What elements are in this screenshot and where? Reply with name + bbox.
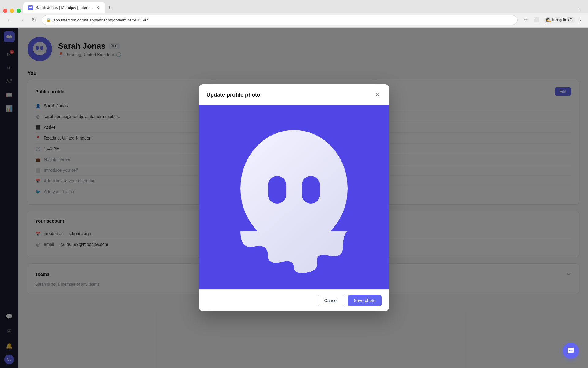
minimize-window-button[interactable] <box>10 9 14 13</box>
incognito-label: Incognito (2) <box>552 18 573 22</box>
browser-actions: ☆ ⬜ 🕵 Incognito (2) ⋮ <box>521 16 583 24</box>
modal-title: Update profile photo <box>206 92 260 98</box>
svg-point-13 <box>571 350 571 351</box>
tab-menu-button[interactable]: ⋮ <box>576 6 582 13</box>
incognito-badge: 🕵 Incognito (2) <box>543 17 575 23</box>
address-bar[interactable]: 🔒 app.intercom.com/a/apps/nnsgmgob/admin… <box>42 15 518 25</box>
back-button[interactable]: ← <box>5 16 13 24</box>
forward-button[interactable]: → <box>17 16 26 24</box>
save-photo-button[interactable]: Save photo <box>348 295 382 306</box>
bookmark-button[interactable]: ☆ <box>521 16 530 24</box>
svg-point-12 <box>569 350 570 351</box>
browser-chrome: Sarah Jonas | Moodjoy | Interc... ✕ + ⋮ … <box>0 0 588 28</box>
tab-favicon <box>28 5 33 10</box>
intercom-chat-button[interactable] <box>563 343 579 359</box>
url-text: app.intercom.com/a/apps/nnsgmgob/admins/… <box>53 18 148 22</box>
cancel-button[interactable]: Cancel <box>318 295 344 306</box>
svg-point-14 <box>572 350 573 351</box>
tab-close-button[interactable]: ✕ <box>95 5 100 10</box>
update-photo-modal: Update profile photo ✕ <box>199 84 389 311</box>
tab-tiling-button[interactable]: ⬜ <box>532 16 541 24</box>
modal-close-button[interactable]: ✕ <box>373 90 382 99</box>
modal-overlay[interactable]: Update profile photo ✕ <box>0 28 588 368</box>
lock-icon: 🔒 <box>46 18 51 22</box>
browser-tab[interactable]: Sarah Jonas | Moodjoy | Interc... ✕ <box>23 2 105 13</box>
svg-point-1 <box>31 6 32 8</box>
modal-header: Update profile photo ✕ <box>199 84 389 105</box>
maximize-window-button[interactable] <box>17 9 21 13</box>
svg-rect-10 <box>268 176 286 204</box>
new-tab-button[interactable]: + <box>105 4 114 13</box>
svg-point-9 <box>240 130 348 247</box>
reload-button[interactable]: ↻ <box>29 16 38 24</box>
svg-rect-11 <box>302 176 320 204</box>
profile-photo-preview <box>214 118 374 277</box>
modal-image-area <box>199 105 389 289</box>
modal-footer: Cancel Save photo <box>199 289 389 311</box>
browser-menu-button[interactable]: ⋮ <box>578 17 583 23</box>
close-window-button[interactable] <box>3 9 7 13</box>
tab-title: Sarah Jonas | Moodjoy | Interc... <box>36 5 93 10</box>
traffic-lights <box>3 9 21 13</box>
browser-controls: ← → ↻ 🔒 app.intercom.com/a/apps/nnsgmgob… <box>0 13 588 27</box>
tab-bar: Sarah Jonas | Moodjoy | Interc... ✕ + ⋮ <box>0 0 588 13</box>
